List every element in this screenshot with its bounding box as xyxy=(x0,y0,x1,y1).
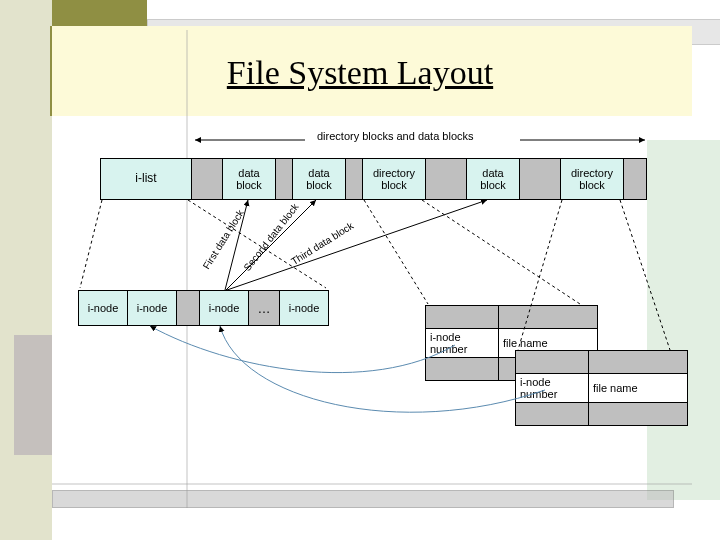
dir-col-inode: i-node number xyxy=(426,329,499,358)
block-dir-2: directory block xyxy=(560,158,624,200)
inode-dots: … xyxy=(248,290,280,326)
svg-line-7 xyxy=(364,200,428,304)
page-title: File System Layout xyxy=(0,54,720,92)
svg-line-2 xyxy=(80,200,102,288)
gap5 xyxy=(519,158,561,200)
deco-right-mint xyxy=(647,140,720,500)
block-dir-1: directory block xyxy=(362,158,426,200)
gap3 xyxy=(345,158,363,200)
block-data-2: data block xyxy=(292,158,346,200)
inode-1: i-node xyxy=(78,290,128,326)
dir-col-filename-2: file name xyxy=(589,374,688,403)
label-first-block: First data block xyxy=(201,208,246,271)
block-ilist: i-list xyxy=(100,158,192,200)
span-caption: directory blocks and data blocks xyxy=(317,130,474,142)
block-data-3: data block xyxy=(466,158,520,200)
dir-entry-table-2: i-node numberfile name xyxy=(515,350,688,426)
gap1 xyxy=(191,158,223,200)
deco-frame-line-b xyxy=(52,483,692,485)
gap2 xyxy=(275,158,293,200)
deco-frame-line-v xyxy=(186,30,188,508)
svg-line-8 xyxy=(422,200,580,304)
inode-2: i-node xyxy=(127,290,177,326)
dir-col-inode-2: i-node number xyxy=(516,374,589,403)
inode-gap-1 xyxy=(176,290,200,326)
deco-left-mauve xyxy=(14,335,52,455)
deco-top-olive xyxy=(52,0,147,26)
inode-3: i-node xyxy=(199,290,249,326)
deco-bottom-bar xyxy=(52,490,674,508)
gap4 xyxy=(425,158,467,200)
label-third-block: Third data block xyxy=(289,220,355,267)
gap6 xyxy=(623,158,647,200)
block-data-1: data block xyxy=(222,158,276,200)
inode-4: i-node xyxy=(279,290,329,326)
